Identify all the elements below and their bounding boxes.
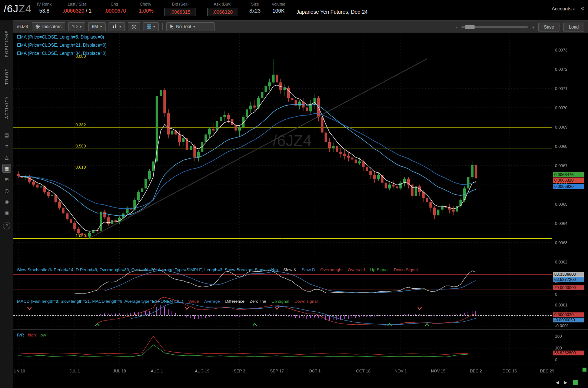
legend-overbought: Overbought bbox=[320, 268, 343, 272]
legend-macd-value: Value bbox=[189, 299, 199, 304]
quote-fields: IV Rank 53.8 Last / Size .0066320 / 1 Ch… bbox=[37, 2, 368, 16]
symbol-title: /6JZ4 bbox=[4, 3, 31, 15]
stoch-oversold-chip: 20.0000000 bbox=[553, 285, 584, 290]
chart-toolbar: /6JZ4 Indicators 1D▾ 6M▾ ▾ ▾ No Tool▾ - … bbox=[13, 20, 588, 33]
sidebar-tab-activity[interactable]: ACTIVITY bbox=[4, 96, 9, 119]
history-clock-icon[interactable]: ◷ bbox=[3, 186, 11, 195]
ivr-study-label[interactable]: IVR bbox=[17, 333, 24, 337]
size-label: Size bbox=[251, 2, 259, 6]
sidebar-tab-trade[interactable]: TRADE bbox=[4, 68, 9, 85]
gear-icon bbox=[132, 24, 136, 29]
chart-type-dropdown[interactable]: ▾ bbox=[109, 22, 125, 31]
sidebar-tabs: POSITIONS TRADE ACTIVITY bbox=[0, 20, 13, 119]
zoom-slider[interactable] bbox=[461, 26, 528, 28]
ask-label: Ask (Buy) bbox=[214, 2, 232, 6]
last-size-label: Last / Size bbox=[67, 2, 86, 6]
ema34-study-label[interactable]: EMA (Price=CLOSE, Length=34, Displace=0) bbox=[17, 51, 107, 56]
quote-header: /6JZ4 IV Rank 53.8 Last / Size .0066320 … bbox=[0, 0, 588, 20]
sidebar-icon-rail: ▤ ≡ △ ▦ ⊞ ◷ ◉ ▣ ? bbox=[0, 131, 13, 229]
axis-end-marker-icon[interactable] bbox=[582, 368, 587, 372]
scroll-right-icon[interactable]: ▶ bbox=[564, 380, 567, 385]
ivr-value-chip: 53.9262800 bbox=[553, 351, 584, 355]
flask-icon[interactable]: △ bbox=[3, 153, 11, 161]
sidebar-tab-positions[interactable]: POSITIONS bbox=[4, 30, 9, 57]
zoom-out-button[interactable]: - bbox=[456, 24, 458, 30]
macd-value-chip: 0.0000320 bbox=[553, 312, 584, 317]
ask-button[interactable]: .0066320 bbox=[207, 8, 238, 16]
accounts-dropdown[interactable]: Accounts▾ bbox=[552, 6, 575, 11]
social-icon[interactable]: ◉ bbox=[3, 198, 11, 206]
chevron-down-icon: ▾ bbox=[153, 25, 155, 29]
left-sidebar: POSITIONS TRADE ACTIVITY ▤ ≡ △ ▦ ⊞ ◷ ◉ ▣… bbox=[0, 20, 14, 388]
zoom-slider-handle[interactable] bbox=[465, 25, 475, 29]
macd-study-label[interactable]: MACD (Fast length=8, Slow length=21, MAC… bbox=[17, 299, 183, 304]
zoom-in-button[interactable]: + bbox=[532, 24, 535, 30]
candlestick-icon bbox=[112, 24, 117, 29]
last-size-value: .0066320 / 1 bbox=[63, 8, 92, 14]
price-chart-canvas[interactable] bbox=[13, 33, 588, 375]
chg-label: Chg bbox=[110, 2, 118, 6]
drawing-tool-dropdown[interactable]: No Tool▾ bbox=[166, 22, 215, 31]
save-button[interactable]: Save bbox=[538, 23, 559, 31]
legend-slow-d: Slow D bbox=[302, 268, 315, 272]
bid-field: Bid (Sell) .0066315 bbox=[165, 2, 196, 16]
chevron-down-icon: ▾ bbox=[80, 25, 82, 29]
macd-panel-header: MACD (Fast length=8, Slow length=21, MAC… bbox=[17, 299, 318, 304]
toolbar-right-cluster: - + Save Load bbox=[456, 21, 584, 33]
monitor-icon[interactable]: ▤ bbox=[3, 131, 11, 139]
layout-dropdown[interactable]: ▾ bbox=[143, 22, 159, 31]
chart-icon[interactable]: ▦ bbox=[3, 164, 11, 172]
symbol-root: /6J bbox=[4, 3, 19, 14]
grid-icon[interactable]: ⊞ bbox=[3, 175, 11, 183]
collapse-panel-icon[interactable]: « bbox=[581, 5, 584, 11]
scroll-left-icon[interactable]: ◀ bbox=[556, 380, 559, 385]
legend-ivr-high: high bbox=[28, 333, 36, 337]
indicators-star-icon bbox=[36, 24, 40, 29]
last-size-field: Last / Size .0066320 / 1 bbox=[63, 2, 92, 14]
range-dropdown[interactable]: 6M▾ bbox=[88, 22, 106, 31]
chg-value: -.0000670 bbox=[103, 8, 126, 14]
ask-field: Ask (Buy) .0066320 bbox=[207, 2, 238, 16]
size-field: Size 8x23 bbox=[249, 2, 260, 14]
legend-macd-down-signal: Down signal bbox=[295, 299, 318, 304]
legend-macd-zeroline: Zero line bbox=[250, 299, 266, 304]
price-bubble-last: 0.0066320 bbox=[553, 178, 584, 183]
go-to-end-button[interactable] bbox=[573, 380, 578, 385]
bid-button[interactable]: .0066315 bbox=[165, 8, 196, 16]
chevron-down-icon: ▾ bbox=[573, 7, 575, 11]
ema21-study-label[interactable]: EMA (Price=CLOSE, Length=21, Displace=0) bbox=[17, 43, 107, 48]
legend-ivr-low: low bbox=[40, 333, 46, 337]
watchlist-icon[interactable]: ≡ bbox=[3, 142, 11, 150]
stochastic-study-label[interactable]: Slow Stochastic (K Period=14, D Period=9… bbox=[17, 268, 278, 272]
indicators-button[interactable]: Indicators bbox=[32, 22, 65, 31]
chart-settings-button[interactable] bbox=[128, 22, 140, 31]
trading-app-window: /6JZ4 IV Rank 53.8 Last / Size .0066320 … bbox=[0, 0, 588, 388]
price-bubble-ema-slow: 0.0065920 bbox=[553, 184, 584, 189]
legend-macd-up-signal: Up signal bbox=[272, 299, 289, 304]
stoch-d-value-chip: 63.5277200 bbox=[553, 277, 584, 282]
symbol-suffix: Z4 bbox=[19, 3, 31, 14]
toolbar-symbol-label: /6JZ4 bbox=[17, 24, 28, 29]
toolbar-separator bbox=[162, 23, 163, 30]
chevron-down-icon: ▾ bbox=[193, 25, 195, 29]
ema5-study-label[interactable]: EMA (Price=CLOSE, Length=5, Displace=0) bbox=[17, 34, 104, 40]
iv-rank-label: IV Rank bbox=[37, 2, 52, 6]
legend-up-signal: Up Signal bbox=[370, 268, 389, 272]
price-bubble-ema: 0.0066476 bbox=[553, 172, 584, 177]
chg-field: Chg -.0000670 bbox=[103, 2, 126, 14]
ivr-panel-header: IVR high low bbox=[17, 333, 46, 337]
timeframe-dropdown[interactable]: 1D▾ bbox=[68, 22, 85, 31]
help-icon[interactable]: ? bbox=[3, 222, 10, 229]
stochastic-panel-header: Slow Stochastic (K Period=14, D Period=9… bbox=[17, 268, 418, 272]
legend-down-signal: Down Signal bbox=[394, 268, 418, 272]
chart-region: EMA (Price=CLOSE, Length=5, Displace=0) … bbox=[13, 33, 588, 388]
volume-label: Volume bbox=[272, 2, 285, 6]
legend-macd-average: Average bbox=[204, 299, 220, 304]
contract-description: Japanese Yen Futures, Dec-24 bbox=[296, 9, 368, 15]
grid-layout-icon bbox=[147, 24, 151, 29]
apps-icon[interactable]: ▣ bbox=[3, 209, 11, 217]
macd-average-chip: -0.0000060 bbox=[553, 318, 584, 322]
load-button[interactable]: Load bbox=[563, 23, 584, 31]
volume-value: 106K bbox=[272, 8, 285, 14]
chevron-down-icon: ▾ bbox=[100, 25, 102, 29]
